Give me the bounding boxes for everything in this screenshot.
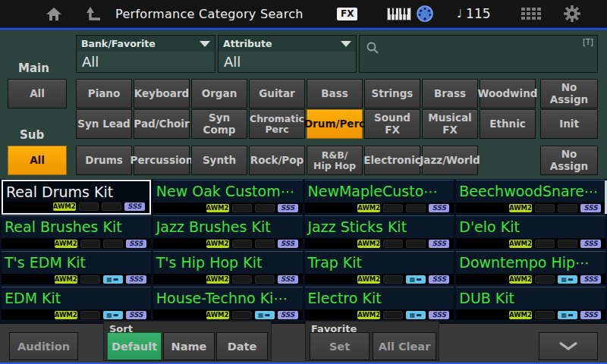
tempo-value: 115 (466, 6, 490, 21)
performance-item[interactable]: T's Hip Hop Kit AWM2 ▦▬ SSS (153, 251, 303, 286)
midi-icon[interactable] (416, 0, 434, 27)
main-category-piano[interactable]: Piano (76, 79, 132, 108)
arp-badge: ▦▬ (103, 311, 123, 319)
favorite-set-button[interactable]: Set (310, 332, 370, 360)
quarter-note-icon: ♩ (457, 7, 462, 20)
performance-item[interactable]: Downtempo Hip⋯ AWM2 ▦▬ SSS (456, 251, 605, 286)
audition-button[interactable]: Audition (9, 332, 78, 360)
home-icon[interactable] (46, 0, 62, 27)
main-category-syn-lead[interactable]: Syn Lead (76, 109, 132, 139)
performance-item[interactable]: T's EDM Kit AWM2 ▦▬ SSS (2, 251, 151, 286)
tempo-indicator[interactable]: ♩ 115 (457, 0, 491, 27)
performance-item[interactable]: Electro Kit AWM2 ▦▬ SSS (305, 287, 454, 322)
sss-badge: SSS (278, 240, 298, 248)
performance-item[interactable]: DUB Kit AWM2 ▦▬ SSS (456, 287, 605, 322)
sort-default-button[interactable]: Default (107, 332, 162, 360)
sub-category-synth[interactable]: Synth (191, 146, 247, 175)
sub-category-percussion[interactable]: Percussion (134, 146, 190, 175)
awm2-badge: AWM2 (357, 275, 380, 284)
performance-name: Real Drums Kit (3, 181, 149, 202)
main-category-syn-comp[interactable]: Syn Comp (191, 109, 247, 139)
main-category-drum-perc[interactable]: Drum/Perc (307, 109, 363, 139)
empty-slot (535, 275, 555, 284)
performance-name: Downtempo Hip⋯ (456, 252, 605, 273)
empty-slot (406, 240, 426, 248)
performance-badges: AWM2 ▦▬ SSS (153, 238, 303, 249)
awm2-badge: AWM2 (206, 240, 229, 248)
sub-category-rock-pop[interactable]: Rock/Pop (249, 146, 305, 175)
sss-badge: SSS (126, 275, 146, 284)
search-input[interactable] (379, 40, 572, 56)
empty-slot (80, 275, 100, 284)
performance-item[interactable]: Trap Kit AWM2 ▦▬ SSS (305, 251, 454, 286)
empty-slot (535, 311, 555, 319)
awm2-badge: AWM2 (357, 204, 380, 212)
awm2-badge: AWM2 (55, 240, 77, 248)
performance-name: T's Hip Hop Kit (153, 252, 303, 273)
pad-grid-icon[interactable] (521, 0, 541, 27)
performance-name: Real Brushes Kit (2, 216, 151, 237)
collapse-chevron-button[interactable] (539, 332, 598, 360)
main-category-sound-fx[interactable]: Sound FX (364, 109, 420, 139)
empty-slot (103, 240, 123, 248)
performance-list: Real Drums Kit AWM2 ▦▬ SSS New Oak Custo… (0, 179, 607, 323)
sub-category-electronic[interactable]: Electronic (364, 146, 420, 175)
empty-slot (535, 240, 555, 248)
main-category-brass[interactable]: Brass (422, 79, 478, 108)
fx-indicator[interactable]: FX (337, 0, 357, 27)
performance-item[interactable]: BeechwoodSnare⋯ AWM2 ▦▬ SSS (456, 180, 605, 215)
main-category-woodwind[interactable]: Woodwind (480, 79, 536, 108)
top-bar: Performance Category Search FX (0, 0, 607, 27)
main-category-bass[interactable]: Bass (307, 79, 363, 108)
sub-category-all[interactable]: All (8, 146, 67, 175)
main-category-strings[interactable]: Strings (364, 79, 420, 108)
performance-item[interactable]: House-Techno Ki⋯ AWM2 ▦▬ SSS (153, 287, 303, 322)
awm2-badge: AWM2 (53, 202, 76, 211)
main-category-pad-choir[interactable]: Pad/Choir (134, 109, 190, 139)
performance-item[interactable]: Jazz Brushes Kit AWM2 ▦▬ SSS (153, 215, 303, 250)
chevron-down-icon (200, 41, 210, 47)
main-category-keyboard[interactable]: Keyboard (134, 79, 190, 108)
return-up-icon[interactable] (85, 0, 102, 27)
performance-item[interactable]: Jazz Sticks Kit AWM2 ▦▬ SSS (305, 215, 454, 250)
main-category-chromatic-perc[interactable]: Chromatic Perc (249, 109, 305, 139)
empty-slot (80, 311, 100, 319)
performance-item[interactable]: Real Drums Kit AWM2 ▦▬ SSS (2, 180, 151, 215)
performance-item[interactable]: D'elo Kit AWM2 ▦▬ SSS (456, 215, 605, 250)
main-category-init[interactable]: Init (540, 109, 598, 139)
bank-favorite-dropdown[interactable]: Bank/Favorite All (76, 35, 215, 73)
performance-item[interactable]: New Oak Custom⋯ AWM2 ▦▬ SSS (153, 180, 303, 215)
sss-badge: SSS (126, 311, 146, 319)
sub-category-drums[interactable]: Drums (76, 146, 132, 175)
sss-badge: SSS (278, 311, 298, 319)
performance-badges: AWM2 ▦▬ SSS (456, 238, 605, 249)
awm2-badge: AWM2 (55, 311, 77, 319)
attribute-value: All (219, 52, 356, 70)
sort-name-button[interactable]: Name (163, 332, 215, 360)
empty-slot (255, 204, 275, 212)
attribute-label: Attribute (223, 38, 341, 49)
main-category-no-assign[interactable]: No Assign (540, 79, 598, 108)
search-box[interactable]: [T] (359, 35, 598, 73)
performance-item[interactable]: NewMapleCusto⋯ AWM2 ▦▬ SSS (305, 180, 454, 215)
main-category-ethnic[interactable]: Ethnic (480, 109, 536, 139)
sss-badge: SSS (580, 275, 601, 284)
sss-badge: SSS (124, 202, 145, 211)
performance-name: Jazz Brushes Kit (153, 216, 303, 237)
main-category-organ[interactable]: Organ (191, 79, 247, 108)
sss-badge: SSS (429, 275, 449, 284)
keyboard-icon[interactable] (387, 0, 411, 27)
sub-category-rnb-hiphop[interactable]: R&B/ Hip Hop (307, 146, 363, 175)
attribute-dropdown[interactable]: Attribute All (218, 35, 357, 73)
sort-date-button[interactable]: Date (216, 332, 268, 360)
performance-item[interactable]: Real Brushes Kit AWM2 ▦▬ SSS (2, 215, 151, 250)
main-category-guitar[interactable]: Guitar (249, 79, 305, 108)
gear-icon[interactable] (564, 0, 580, 27)
main-category-all[interactable]: All (8, 79, 67, 108)
performance-item[interactable]: EDM Kit AWM2 ▦▬ SSS (2, 287, 151, 322)
sub-category-no-assign[interactable]: No Assign (540, 146, 598, 175)
main-category-musical-fx[interactable]: Musical FX (422, 109, 478, 139)
favorite-all-clear-button[interactable]: All Clear (373, 332, 436, 360)
sub-category-jazz-world[interactable]: Jazz/World (422, 146, 478, 175)
search-icon (366, 41, 379, 58)
